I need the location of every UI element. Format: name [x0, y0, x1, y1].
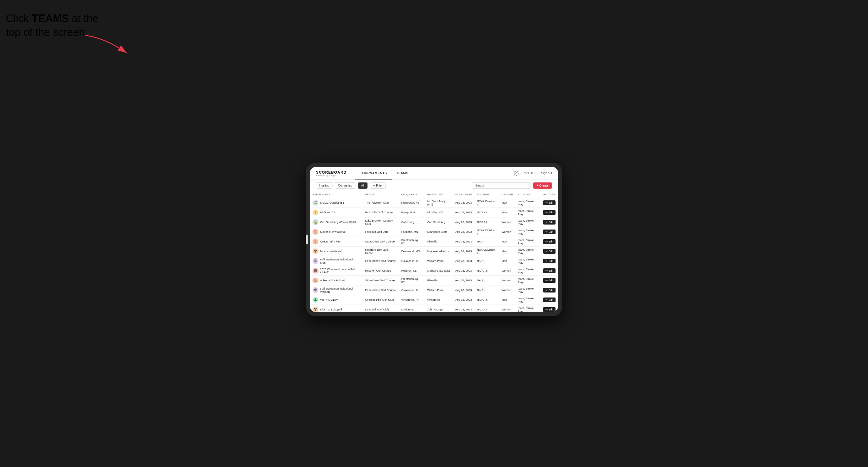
- hosting-filter-button[interactable]: Hosting: [316, 182, 333, 189]
- search-input[interactable]: [472, 182, 531, 189]
- tournaments-table-container[interactable]: EVENT NAME VENUE CITY, STATE HOSTED BY S…: [310, 191, 558, 312]
- edit-button[interactable]: ✏ Edit: [543, 259, 556, 263]
- cell-venue: Edmundson Golf Course: [363, 285, 399, 295]
- cell-city-state: Vincennes, IN: [399, 295, 425, 305]
- edit-button[interactable]: ✏ Edit: [543, 239, 556, 244]
- edit-button[interactable]: ✏ Edit: [543, 210, 556, 215]
- cell-venue: Ruttger's Bay Lake Resort: [363, 246, 399, 256]
- main-nav: TOURNAMENTS TEAMS: [355, 167, 413, 180]
- cell-venue: The Powelton Club: [363, 198, 399, 208]
- cell-venue: Park Hills Golf Course: [363, 208, 399, 217]
- cell-venue: Lake Bracken Country Club: [363, 217, 399, 227]
- cell-gender: Women: [499, 275, 515, 285]
- team-icon: 🐎: [312, 278, 318, 283]
- event-name-text: VU PREVIEW: [320, 298, 338, 301]
- cell-hosted-by: Mt. Saint Mary (NY): [425, 198, 453, 208]
- tournaments-table: EVENT NAME VENUE CITY, STATE HOSTED BY S…: [310, 191, 558, 312]
- table-row: 🏆 Highland 36 Park Hills Golf Course Fre…: [310, 208, 558, 217]
- cell-city-state: Oskaloosa, IA: [399, 285, 425, 295]
- team-icon: ⛳: [312, 200, 318, 206]
- edit-button[interactable]: ✏ Edit: [543, 278, 556, 283]
- team-icon: 🦅: [312, 248, 318, 254]
- edit-button[interactable]: ✏ Edit: [543, 200, 556, 205]
- team-icon: 🐎: [312, 239, 318, 245]
- cell-division: NCAA Division III: [475, 198, 499, 208]
- cell-event-name: ⛳ MSMC Qualifying 1: [310, 198, 363, 208]
- arrow-indicator: [83, 32, 141, 62]
- cell-event-name: 🏛 Fall Statesmen Invitational - Men: [310, 256, 363, 266]
- filter-button[interactable]: ≡ Filter: [370, 182, 386, 189]
- table-row: ⛳ Carl Sandburg Women FA23 Lake Bracken …: [310, 217, 558, 227]
- event-name-text: Highland 36: [320, 211, 335, 214]
- toolbar: Hosting Competing All ≡ Filter + Create: [310, 180, 558, 191]
- settings-icon[interactable]: [514, 171, 519, 176]
- cell-event-name: 🌲 VU PREVIEW: [310, 295, 363, 305]
- edit-icon: ✏: [546, 201, 548, 204]
- cell-division: NICAA I: [475, 305, 499, 312]
- cell-hosted-by: Minnesota-Morris: [425, 246, 453, 256]
- cell-hosted-by: Highland CC: [425, 208, 453, 217]
- cell-actions: ✏ Edit: [541, 295, 558, 305]
- tab-tournaments[interactable]: TOURNAMENTS: [355, 167, 392, 180]
- col-event-name: EVENT NAME: [310, 191, 363, 198]
- cell-event-name: 🐎 Maverick Invitational: [310, 227, 363, 237]
- user-name: Test User: [522, 172, 534, 175]
- col-hosted-by: HOSTED BY: [425, 191, 453, 198]
- cell-venue: StoneCrest Golf Course: [363, 237, 399, 246]
- cell-gender: Women: [499, 266, 515, 275]
- edit-button[interactable]: ✏ Edit: [543, 307, 556, 312]
- cell-gender: Men: [499, 295, 515, 305]
- cell-actions: ✏ Edit: [541, 285, 558, 295]
- app-header: SCOREBOARD Powered by Clippit TOURNAMENT…: [310, 167, 558, 180]
- edit-icon: ✏: [546, 211, 548, 214]
- cell-actions: ✏ Edit: [541, 198, 558, 208]
- competing-filter-button[interactable]: Competing: [335, 182, 355, 189]
- cell-event-name: 🦅 Klash at Kokopelli: [310, 305, 363, 312]
- cell-city-state: Newburgh, NY: [399, 198, 425, 208]
- edit-button[interactable]: ✏ Edit: [543, 229, 556, 234]
- signout-link[interactable]: Sign out: [541, 172, 552, 175]
- filter-label: Filter: [376, 184, 382, 187]
- edit-button[interactable]: ✏ Edit: [543, 220, 556, 224]
- edit-button[interactable]: ✏ Edit: [543, 288, 556, 292]
- edit-icon: ✏: [546, 308, 548, 311]
- event-name-text: Fall Statesmen Invitational - Women: [320, 287, 361, 293]
- cell-start-date: Aug 28, 2023: [453, 295, 475, 305]
- cell-event-name: ⛳ Carl Sandburg Women FA23: [310, 217, 363, 227]
- cell-scoring: team, Stroke Play: [516, 266, 541, 275]
- edit-icon: ✏: [546, 269, 548, 272]
- edit-button[interactable]: ✏ Edit: [543, 298, 556, 302]
- cell-scoring: team, Stroke Play: [516, 237, 541, 246]
- edit-button[interactable]: ✏ Edit: [543, 268, 556, 273]
- cell-city-state: Deerwood, MN: [399, 246, 425, 256]
- cell-event-name: 🏛 Fall Statesmen Invitational - Women: [310, 285, 363, 295]
- cell-event-name: 🦅 Morris Invitational: [310, 246, 363, 256]
- edit-button[interactable]: ✏ Edit: [543, 249, 556, 254]
- team-icon: ⛳: [312, 219, 318, 225]
- cell-start-date: Aug 28, 2023: [453, 275, 475, 285]
- cell-gender: Women: [499, 227, 515, 237]
- cell-division: NAIA: [475, 285, 499, 295]
- col-venue: VENUE: [363, 191, 399, 198]
- cell-gender: Men: [499, 256, 515, 266]
- event-name-text: MSMC Qualifying 1: [320, 201, 344, 204]
- tablet-screen: SCOREBOARD Powered by Clippit TOURNAMENT…: [310, 167, 558, 312]
- cell-division: NICAA II: [475, 266, 499, 275]
- create-button[interactable]: + Create: [533, 182, 552, 189]
- cell-actions: ✏ Edit: [541, 217, 558, 227]
- cell-scoring: team, Stroke Play: [516, 256, 541, 266]
- event-name-text: Klash at Kokopelli: [320, 308, 342, 311]
- cell-venue: Hesston Golf Course: [363, 266, 399, 275]
- cell-start-date: Aug 28, 2023: [453, 237, 475, 246]
- edit-icon: ✏: [546, 279, 548, 282]
- cell-hosted-by: Pikeville: [425, 275, 453, 285]
- cell-hosted-by: William Penn: [425, 256, 453, 266]
- cell-city-state: Freeport, IL: [399, 208, 425, 217]
- cell-venue: Edmundson Golf Course: [363, 256, 399, 266]
- all-filter-button[interactable]: All: [358, 182, 368, 189]
- col-actions: ACTIONS: [541, 191, 558, 198]
- tab-teams[interactable]: TEAMS: [392, 167, 413, 180]
- event-name-text: UPKE Fall Invite: [320, 240, 340, 243]
- svg-point-1: [516, 173, 517, 174]
- cell-gender: Men: [499, 246, 515, 256]
